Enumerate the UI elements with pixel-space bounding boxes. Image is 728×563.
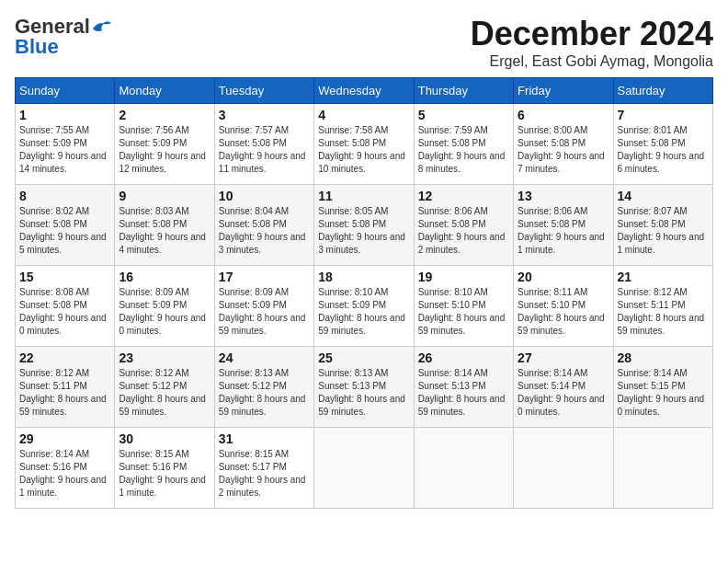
sunrise-text: Sunrise: 8:09 AM [119, 286, 210, 299]
day-of-week-monday: Monday [115, 78, 214, 104]
day-number: 29 [19, 431, 110, 446]
sunset-text: Sunset: 5:08 PM [318, 218, 409, 231]
sunrise-text: Sunrise: 8:10 AM [418, 286, 509, 299]
calendar-cell: 6 Sunrise: 8:00 AM Sunset: 5:08 PM Dayli… [514, 104, 613, 185]
sunrise-text: Sunrise: 8:13 AM [318, 367, 409, 380]
sunset-text: Sunset: 5:08 PM [518, 137, 609, 150]
day-number: 1 [19, 108, 110, 122]
sunset-text: Sunset: 5:13 PM [318, 380, 409, 393]
month-title: December 2024 [471, 15, 713, 53]
day-info: Sunrise: 8:12 AM Sunset: 5:11 PM Dayligh… [19, 367, 110, 419]
sunrise-text: Sunrise: 8:00 AM [518, 124, 609, 137]
daylight-text: Daylight: 9 hours and 6 minutes. [618, 150, 709, 176]
sunset-text: Sunset: 5:12 PM [119, 380, 210, 393]
sunrise-text: Sunrise: 8:12 AM [618, 286, 709, 299]
day-info: Sunrise: 8:13 AM Sunset: 5:12 PM Dayligh… [219, 367, 310, 419]
daylight-text: Daylight: 8 hours and 59 minutes. [219, 312, 310, 338]
day-number: 17 [219, 270, 310, 284]
day-number: 8 [19, 189, 110, 203]
sunset-text: Sunset: 5:09 PM [318, 299, 409, 312]
day-info: Sunrise: 8:06 AM Sunset: 5:08 PM Dayligh… [418, 205, 509, 257]
day-info: Sunrise: 8:12 AM Sunset: 5:12 PM Dayligh… [119, 367, 210, 419]
day-info: Sunrise: 8:04 AM Sunset: 5:08 PM Dayligh… [219, 205, 310, 257]
day-number: 19 [418, 270, 509, 284]
day-number: 22 [19, 350, 110, 365]
daylight-text: Daylight: 9 hours and 12 minutes. [119, 150, 210, 176]
sunrise-text: Sunrise: 8:12 AM [119, 367, 210, 380]
day-info: Sunrise: 8:12 AM Sunset: 5:11 PM Dayligh… [618, 286, 709, 338]
day-number: 12 [418, 189, 509, 203]
sunrise-text: Sunrise: 8:05 AM [318, 205, 409, 218]
sunset-text: Sunset: 5:09 PM [119, 299, 210, 312]
daylight-text: Daylight: 9 hours and 0 minutes. [518, 393, 609, 419]
calendar-cell: 5 Sunrise: 7:59 AM Sunset: 5:08 PM Dayli… [414, 104, 513, 185]
day-number: 7 [618, 108, 709, 122]
calendar-cell: 9 Sunrise: 8:03 AM Sunset: 5:08 PM Dayli… [115, 185, 214, 266]
day-info: Sunrise: 7:56 AM Sunset: 5:09 PM Dayligh… [119, 124, 210, 176]
day-number: 23 [119, 350, 210, 365]
day-number: 13 [518, 189, 609, 203]
day-number: 6 [518, 108, 609, 122]
sunset-text: Sunset: 5:08 PM [518, 218, 609, 231]
calendar-week-5: 29 Sunrise: 8:14 AM Sunset: 5:16 PM Dayl… [16, 428, 713, 509]
day-of-week-wednesday: Wednesday [314, 78, 414, 104]
calendar-cell: 19 Sunrise: 8:10 AM Sunset: 5:10 PM Dayl… [414, 266, 513, 347]
day-info: Sunrise: 8:14 AM Sunset: 5:16 PM Dayligh… [19, 448, 110, 500]
sunset-text: Sunset: 5:08 PM [119, 218, 210, 231]
sunrise-text: Sunrise: 8:03 AM [119, 205, 210, 218]
daylight-text: Daylight: 8 hours and 59 minutes. [318, 312, 409, 338]
calendar-week-2: 8 Sunrise: 8:02 AM Sunset: 5:08 PM Dayli… [16, 185, 713, 266]
sunrise-text: Sunrise: 8:04 AM [219, 205, 310, 218]
sunrise-text: Sunrise: 8:02 AM [19, 205, 110, 218]
sunrise-text: Sunrise: 8:07 AM [618, 205, 709, 218]
day-number: 2 [119, 108, 210, 122]
sunset-text: Sunset: 5:08 PM [219, 218, 310, 231]
daylight-text: Daylight: 8 hours and 59 minutes. [219, 393, 310, 419]
calendar-cell: 11 Sunrise: 8:05 AM Sunset: 5:08 PM Dayl… [314, 185, 414, 266]
calendar-header: SundayMondayTuesdayWednesdayThursdayFrid… [16, 78, 713, 104]
days-of-week-row: SundayMondayTuesdayWednesdayThursdayFrid… [16, 78, 713, 104]
sunrise-text: Sunrise: 8:15 AM [219, 448, 310, 461]
day-number: 25 [318, 350, 409, 365]
sunrise-text: Sunrise: 8:08 AM [19, 286, 110, 299]
daylight-text: Daylight: 9 hours and 0 minutes. [119, 312, 210, 338]
calendar-week-1: 1 Sunrise: 7:55 AM Sunset: 5:09 PM Dayli… [16, 104, 713, 185]
daylight-text: Daylight: 9 hours and 8 minutes. [418, 150, 509, 176]
day-number: 10 [219, 189, 310, 203]
sunrise-text: Sunrise: 7:59 AM [418, 124, 509, 137]
sunset-text: Sunset: 5:08 PM [418, 137, 509, 150]
calendar-cell: 2 Sunrise: 7:56 AM Sunset: 5:09 PM Dayli… [115, 104, 214, 185]
day-number: 24 [219, 350, 310, 365]
day-number: 26 [418, 350, 509, 365]
sunset-text: Sunset: 5:17 PM [219, 461, 310, 474]
day-info: Sunrise: 8:05 AM Sunset: 5:08 PM Dayligh… [318, 205, 409, 257]
sunrise-text: Sunrise: 8:14 AM [618, 367, 709, 380]
day-of-week-friday: Friday [514, 78, 613, 104]
sunset-text: Sunset: 5:12 PM [219, 380, 310, 393]
calendar-cell: 4 Sunrise: 7:58 AM Sunset: 5:08 PM Dayli… [314, 104, 414, 185]
day-number: 5 [418, 108, 509, 122]
sunset-text: Sunset: 5:10 PM [518, 299, 609, 312]
daylight-text: Daylight: 9 hours and 11 minutes. [219, 150, 310, 176]
calendar-cell: 20 Sunrise: 8:11 AM Sunset: 5:10 PM Dayl… [514, 266, 613, 347]
day-number: 11 [318, 189, 409, 203]
logo-blue: Blue [15, 35, 59, 59]
daylight-text: Daylight: 9 hours and 1 minute. [19, 474, 110, 500]
sunset-text: Sunset: 5:10 PM [418, 299, 509, 312]
calendar-cell [414, 428, 513, 509]
calendar-cell: 10 Sunrise: 8:04 AM Sunset: 5:08 PM Dayl… [214, 185, 313, 266]
calendar-cell [314, 428, 414, 509]
day-number: 21 [618, 270, 709, 284]
day-number: 18 [318, 270, 409, 284]
daylight-text: Daylight: 8 hours and 59 minutes. [518, 312, 609, 338]
day-number: 9 [119, 189, 210, 203]
day-number: 3 [219, 108, 310, 122]
calendar-cell: 13 Sunrise: 8:06 AM Sunset: 5:08 PM Dayl… [514, 185, 613, 266]
sunset-text: Sunset: 5:09 PM [19, 137, 110, 150]
daylight-text: Daylight: 8 hours and 59 minutes. [618, 312, 709, 338]
day-info: Sunrise: 8:14 AM Sunset: 5:13 PM Dayligh… [418, 367, 509, 419]
sunset-text: Sunset: 5:08 PM [418, 218, 509, 231]
calendar-cell: 1 Sunrise: 7:55 AM Sunset: 5:09 PM Dayli… [16, 104, 115, 185]
daylight-text: Daylight: 8 hours and 59 minutes. [418, 393, 509, 419]
calendar-cell [514, 428, 613, 509]
